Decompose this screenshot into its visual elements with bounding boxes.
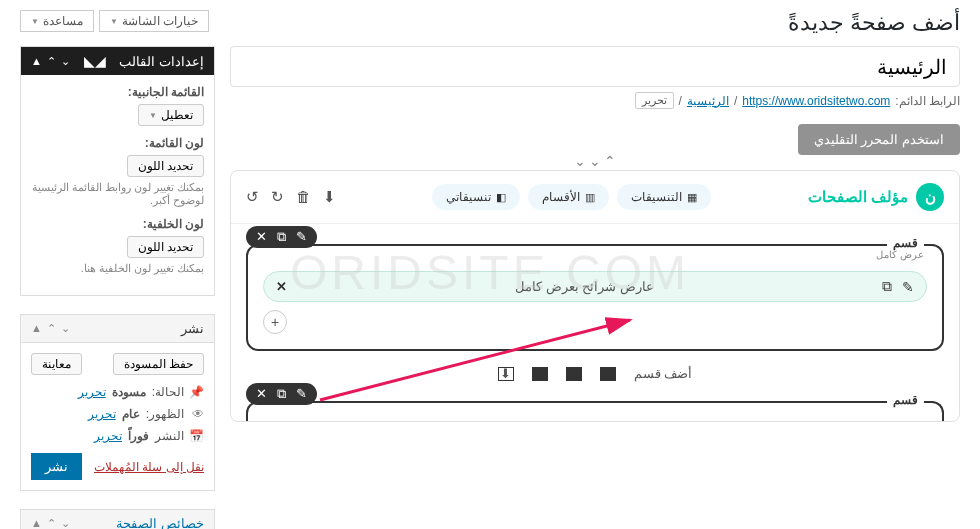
add-section-label: أضف قسم — [634, 366, 693, 381]
brand-icon: ن — [916, 183, 944, 211]
edit-icon[interactable]: ✎ — [902, 279, 914, 295]
trash-icon[interactable]: 🗑 — [296, 188, 311, 206]
chevron-up-icon[interactable]: ⌃ — [47, 322, 56, 335]
permalink-base-url[interactable]: https://www.oridsitetwo.com — [742, 94, 890, 108]
chevron-down-icon: ▼ — [110, 17, 118, 26]
section-label: قسم — [887, 393, 924, 407]
pin-icon: 📌 — [190, 385, 204, 399]
builder-collapse-controls[interactable]: ⌃ ⌄ ⌄ — [574, 153, 616, 169]
columns-icon: ▥ — [585, 191, 595, 204]
side-menu-toggle[interactable]: تعطيل▼ — [138, 104, 204, 126]
bg-color-label: لون الخلفية: — [31, 217, 204, 231]
panel-title: خصائص الصفحة — [116, 516, 204, 529]
chevron-down-icon[interactable]: ⌄ — [61, 55, 70, 68]
tab-my-layouts[interactable]: ◧تنسيقاتي — [432, 184, 520, 210]
layout-more-icon[interactable]: ⬇ — [498, 367, 514, 381]
layout-half-icon[interactable] — [566, 367, 582, 381]
builder-brand: ن مؤلف الصفحات — [808, 183, 944, 211]
layout-sidebar-icon[interactable] — [532, 367, 548, 381]
edit-icon[interactable]: ✎ — [296, 229, 307, 245]
chevron-up-icon[interactable]: ⌃ — [604, 153, 616, 169]
theme-logo-icon: ◢◣ — [84, 53, 106, 69]
menu-color-button[interactable]: تحديد اللون — [127, 155, 204, 177]
add-module-button[interactable]: + — [263, 310, 287, 334]
page-title-input[interactable] — [230, 46, 960, 87]
bg-color-hint: بمكنك تغيير لون الخلفية هنا. — [31, 262, 204, 275]
close-icon[interactable]: ✕ — [256, 386, 267, 402]
permalink-row: الرابط الدائم: https://www.oridsitetwo.c… — [230, 92, 960, 109]
collapse-icon[interactable]: ▲ — [31, 55, 42, 68]
undo-icon[interactable]: ↺ — [246, 188, 259, 206]
chevron-down-icon: ▼ — [31, 17, 39, 26]
redo-icon[interactable]: ↻ — [271, 188, 284, 206]
download-icon[interactable]: ⬇ — [323, 188, 336, 206]
builder-section-1: ✎ ⧉ ✕ قسم عرض كامل ✎ ⧉ عارض شرائح بعرض ك… — [246, 244, 944, 351]
screen-options-button[interactable]: خيارات الشاشة▼ — [99, 10, 209, 32]
use-classic-editor-button[interactable]: استخدم المحرر التقليدي — [798, 124, 960, 155]
save-icon: ◧ — [496, 191, 506, 204]
menu-color-hint: بمكنك تغيير لون روابط القائمة الرئيسية ل… — [31, 181, 204, 207]
theme-settings-panel: إعدادات القالب ◢◣ ⌄ ⌃ ▲ القائمة الجانبية… — [20, 46, 215, 296]
chevron-up-icon[interactable]: ⌃ — [47, 517, 56, 529]
preview-button[interactable]: معاينة — [31, 353, 82, 375]
publish-button[interactable]: نشر — [31, 453, 82, 480]
bg-color-button[interactable]: تحديد اللون — [127, 236, 204, 258]
permalink-slug[interactable]: الرئيسية — [687, 94, 729, 108]
chevron-down-icon[interactable]: ⌄ — [61, 322, 70, 335]
section-controls: ✎ ⧉ ✕ — [246, 226, 317, 248]
save-draft-button[interactable]: حفظ المسودة — [113, 353, 204, 375]
collapse-icon[interactable]: ▲ — [31, 322, 42, 335]
module-name: عارض شرائح بعرض كامل — [515, 279, 654, 294]
menu-color-label: لون القائمة: — [31, 136, 204, 150]
chevron-down-icon: ▼ — [149, 111, 157, 120]
panel-title: إعدادات القالب — [119, 54, 204, 69]
page-title: أضف صفحةً جديدةً — [788, 10, 960, 36]
chevron-down-icon[interactable]: ⌄ — [589, 153, 601, 169]
duplicate-icon[interactable]: ⧉ — [277, 229, 286, 245]
tab-sections[interactable]: ▥الأقسام — [528, 184, 609, 210]
calendar-icon: 📅 — [190, 429, 204, 443]
eye-icon: 👁 — [190, 407, 204, 421]
edit-visibility-link[interactable]: تحرير — [88, 407, 116, 421]
close-icon[interactable]: ✕ — [276, 279, 287, 294]
module-slider[interactable]: ✎ ⧉ عارض شرائح بعرض كامل ✕ — [263, 271, 927, 302]
section-label: قسم — [887, 236, 924, 250]
edit-icon[interactable]: ✎ — [296, 386, 307, 402]
tab-layouts[interactable]: ▦التنسيقات — [617, 184, 711, 210]
section-sublabel: عرض كامل — [876, 249, 924, 260]
collapse-icon[interactable]: ▲ — [31, 517, 42, 529]
duplicate-icon[interactable]: ⧉ — [882, 278, 892, 295]
publish-panel: نشر ⌄ ⌃ ▲ حفظ المسودة معاينة 📌 الحالة: — [20, 314, 215, 491]
builder-section-2: ✎ ⧉ ✕ قسم — [246, 401, 944, 421]
side-menu-label: القائمة الجانبية: — [31, 85, 204, 99]
permalink-edit-button[interactable]: تحرير — [635, 92, 674, 109]
duplicate-icon[interactable]: ⧉ — [277, 386, 286, 402]
layout-full-icon[interactable] — [600, 367, 616, 381]
section-controls: ✎ ⧉ ✕ — [246, 383, 317, 405]
move-to-trash-link[interactable]: نقل إلى سلة المُهملات — [94, 460, 204, 474]
edit-schedule-link[interactable]: تحرير — [94, 429, 122, 443]
panel-title: نشر — [181, 321, 204, 336]
chevron-up-icon[interactable]: ⌃ — [47, 55, 56, 68]
grid-icon: ▦ — [687, 191, 697, 204]
page-attributes-panel: خصائص الصفحة ⌄ ⌃ ▲ — [20, 509, 215, 529]
page-builder: ⌃ ⌄ ⌄ ن مؤلف الصفحات ▦التنسيقات ▥الأقسام… — [230, 170, 960, 422]
close-icon[interactable]: ✕ — [256, 229, 267, 245]
chevron-down-icon[interactable]: ⌄ — [61, 517, 70, 529]
help-button[interactable]: مساعدة▼ — [20, 10, 94, 32]
chevron-down-icon[interactable]: ⌄ — [574, 153, 586, 169]
add-section-bar: أضف قسم ⬇ — [231, 366, 959, 381]
edit-status-link[interactable]: تحرير — [78, 385, 106, 399]
